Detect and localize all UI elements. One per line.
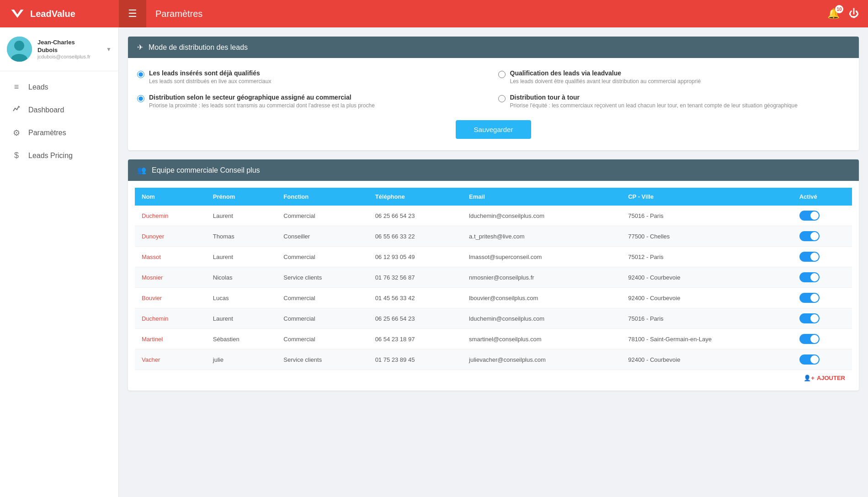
cell-fonction: Service clients — [277, 267, 368, 288]
hamburger-icon: ☰ — [128, 8, 137, 20]
table-row: Duchemin Laurent Commercial 06 25 66 54 … — [135, 308, 852, 329]
nom-link[interactable]: Vacher — [142, 356, 160, 363]
sidebar-item-leads-pricing-label: Leads Pricing — [28, 152, 73, 160]
distribution-header-title: Mode de distribution des leads — [149, 43, 248, 52]
nom-link[interactable]: Mosnier — [142, 274, 163, 281]
cell-nom: Dunoyer — [135, 226, 206, 247]
user-profile: Jean-Charles Dubois jcdubois@conseilplus… — [0, 27, 118, 71]
sidebar-item-leads[interactable]: ≡ Leads — [0, 76, 118, 98]
cell-prenom: Laurent — [206, 308, 277, 329]
distribution-header: ✈ Mode de distribution des leads — [128, 37, 859, 58]
cell-prenom: Nicolas — [206, 267, 277, 288]
cell-cp-ville: 75012 - Paris — [621, 247, 793, 267]
toggle-slider — [799, 313, 820, 323]
cell-telephone: 01 76 32 56 87 — [368, 267, 462, 288]
cell-nom: Martinel — [135, 329, 206, 349]
toggle-slider — [799, 293, 820, 303]
radio-geographic[interactable] — [137, 95, 144, 102]
sidebar-item-parametres-label: Paramètres — [28, 129, 66, 137]
active-toggle[interactable] — [799, 334, 820, 344]
add-member-button[interactable]: 👤+ AJOUTER — [804, 375, 845, 381]
cell-email: lduchemin@conseilplus.com — [462, 308, 621, 329]
cell-nom: Duchemin — [135, 206, 206, 226]
nom-link[interactable]: Bouvier — [142, 295, 162, 301]
sidebar-item-dashboard[interactable]: Dashboard — [0, 98, 118, 122]
cell-email: lduchemin@conseilplus.com — [462, 206, 621, 226]
svg-point-2 — [14, 41, 24, 51]
nom-link[interactable]: Martinel — [142, 336, 163, 343]
nom-link[interactable]: Dunoyer — [142, 233, 164, 240]
team-header: 👥 Equipe commerciale Conseil plus — [128, 159, 859, 181]
distribution-header-icon: ✈ — [137, 43, 143, 52]
cell-nom: Mosnier — [135, 267, 206, 288]
hamburger-button[interactable]: ☰ — [119, 0, 146, 27]
logo-icon — [9, 5, 26, 22]
table-head: Nom Prénom Fonction Téléphone Email CP -… — [135, 188, 852, 206]
table-row: Dunoyer Thomas Conseiller 06 55 66 33 22… — [135, 226, 852, 247]
cell-fonction: Commercial — [277, 329, 368, 349]
header-title: Paramètres — [146, 9, 818, 19]
opt1-label: Les leads insérés sont déjà qualifiés — [149, 69, 271, 77]
team-table: Nom Prénom Fonction Téléphone Email CP -… — [135, 188, 852, 370]
user-name: Jean-Charles Dubois — [37, 39, 101, 54]
svg-marker-0 — [11, 10, 24, 18]
nom-link[interactable]: Duchemin — [142, 212, 169, 219]
nom-link[interactable]: Massot — [142, 254, 161, 260]
cell-prenom: Lucas — [206, 288, 277, 308]
col-cp-ville: CP - Ville — [621, 188, 793, 206]
main-content: ✈ Mode de distribution des leads Les lea… — [119, 27, 868, 497]
cell-telephone: 01 75 23 89 45 — [368, 349, 462, 370]
nom-link[interactable]: Duchemin — [142, 315, 169, 322]
cell-nom: Massot — [135, 247, 206, 267]
toggle-slider — [799, 334, 820, 344]
cell-active — [793, 329, 852, 349]
active-toggle[interactable] — [799, 293, 820, 303]
opt4-label: Distribution tour à tour — [510, 94, 798, 101]
active-toggle[interactable] — [799, 354, 820, 365]
top-header: LeadValue ☰ Paramètres 🔔 10 ⏻ — [0, 0, 868, 27]
distribution-section: ✈ Mode de distribution des leads Les lea… — [128, 37, 859, 150]
cell-cp-ville: 92400 - Courbevoie — [621, 349, 793, 370]
sidebar: Jean-Charles Dubois jcdubois@conseilplus… — [0, 27, 119, 497]
cell-telephone: 06 25 66 54 23 — [368, 206, 462, 226]
nav-items: ≡ Leads Dashboard ⚙ Paramètres $ Leads P… — [0, 71, 118, 171]
cell-active — [793, 349, 852, 370]
notification-button[interactable]: 🔔 10 — [827, 8, 840, 20]
power-button[interactable]: ⏻ — [849, 8, 859, 20]
cell-email: nmosnier@conseilplus.fr — [462, 267, 621, 288]
active-toggle[interactable] — [799, 231, 820, 241]
option-via-leadvalue: Qualification des leads via leadvalue Le… — [498, 69, 850, 85]
team-header-icon: 👥 — [137, 166, 146, 174]
table-row: Mosnier Nicolas Service clients 01 76 32… — [135, 267, 852, 288]
toggle-slider — [799, 354, 820, 365]
cell-email: lmassot@superconseil.com — [462, 247, 621, 267]
cell-fonction: Conseiller — [277, 226, 368, 247]
distribution-body: Les leads insérés sont déjà qualifiés Le… — [128, 58, 859, 150]
add-icon: 👤+ — [804, 375, 815, 381]
team-section: 👥 Equipe commerciale Conseil plus Nom Pr… — [128, 159, 859, 391]
col-active: Activé — [793, 188, 852, 206]
table-row: Massot Laurent Commercial 06 12 93 05 49… — [135, 247, 852, 267]
active-toggle[interactable] — [799, 313, 820, 323]
active-toggle[interactable] — [799, 272, 820, 282]
cell-prenom: Thomas — [206, 226, 277, 247]
team-header-title: Equipe commerciale Conseil plus — [152, 166, 260, 174]
cell-email: lbouvier@conseilplus.com — [462, 288, 621, 308]
active-toggle[interactable] — [799, 211, 820, 221]
cell-active — [793, 308, 852, 329]
add-btn-area: 👤+ AJOUTER — [135, 370, 852, 384]
sidebar-item-parametres[interactable]: ⚙ Paramètres — [0, 122, 118, 144]
active-toggle[interactable] — [799, 252, 820, 262]
cell-cp-ville: 92400 - Courbevoie — [621, 288, 793, 308]
radio-already-qualified[interactable] — [137, 71, 144, 78]
save-button[interactable]: Sauvegarder — [456, 120, 532, 139]
cell-active — [793, 247, 852, 267]
radio-tour-a-tour[interactable] — [498, 95, 506, 102]
radio-via-leadvalue[interactable] — [498, 71, 506, 78]
sidebar-item-leads-pricing[interactable]: $ Leads Pricing — [0, 144, 118, 167]
user-dropdown-arrow[interactable]: ▼ — [106, 46, 112, 53]
toggle-slider — [799, 272, 820, 282]
cell-cp-ville: 75016 - Paris — [621, 206, 793, 226]
option-already-qualified: Les leads insérés sont déjà qualifiés Le… — [137, 69, 489, 85]
col-email: Email — [462, 188, 621, 206]
